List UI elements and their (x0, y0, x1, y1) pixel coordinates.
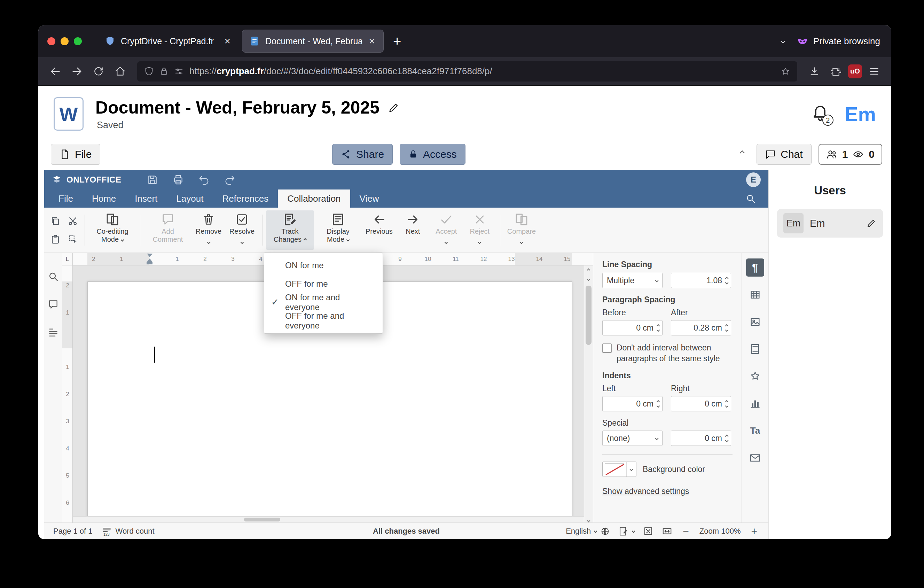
tab-view[interactable]: View (350, 190, 389, 208)
select-all-button[interactable] (64, 231, 81, 248)
left-indent-marker[interactable] (147, 262, 152, 264)
home-button[interactable] (111, 62, 130, 81)
hanging-indent-marker[interactable] (147, 258, 152, 262)
spacing-after-spinner[interactable]: 0.28 cm (671, 320, 731, 335)
remove-comment-button[interactable]: Remove (192, 210, 225, 250)
special-select[interactable]: (none) (602, 431, 663, 446)
language-selector[interactable]: English (566, 526, 610, 536)
headerfooter-settings-tab[interactable] (746, 340, 764, 358)
scroll-up-button[interactable] (584, 266, 593, 274)
tab-insert[interactable]: Insert (125, 190, 167, 208)
redo-icon[interactable] (224, 174, 235, 185)
special-spinner[interactable]: 0 cm (671, 431, 731, 446)
url-bar[interactable]: https://cryptpad.fr/doc/#/3/doc/edit/ff0… (137, 61, 797, 81)
shape-settings-tab[interactable] (746, 367, 764, 385)
file-menu-button[interactable]: File (51, 144, 100, 165)
tab-references[interactable]: References (213, 190, 278, 208)
line-spacing-select[interactable]: Multiple (602, 273, 663, 288)
advanced-settings-link[interactable]: Show advanced settings (602, 487, 733, 496)
new-tab-button[interactable]: + (387, 33, 408, 49)
track-changes-status-button[interactable] (618, 526, 635, 537)
vertical-ruler[interactable]: 21123456 (62, 266, 73, 522)
zoom-window-button[interactable] (74, 37, 82, 45)
line-spacing-spinner[interactable]: 1.08 (671, 273, 731, 288)
ublock-origin-icon[interactable]: uO (848, 64, 862, 78)
url-text[interactable]: https://cryptpad.fr/doc/#/3/doc/edit/ff0… (190, 66, 775, 77)
mailmerge-tab[interactable] (746, 449, 764, 467)
compare-button[interactable]: Compare (504, 210, 539, 250)
back-button[interactable] (46, 62, 65, 81)
permissions-icon[interactable] (174, 66, 184, 76)
add-comment-button[interactable]: Add Comment (144, 210, 192, 250)
fit-page-button[interactable] (643, 526, 653, 537)
forward-button[interactable] (68, 62, 86, 81)
presence-indicator[interactable]: 1 0 (818, 144, 882, 165)
next-change-button[interactable]: Next (396, 210, 430, 250)
notifications-button[interactable]: 2 (811, 104, 829, 124)
tab-file[interactable]: File (49, 190, 82, 208)
reload-button[interactable] (89, 62, 108, 81)
horizontal-scrollbar[interactable] (73, 516, 584, 522)
previous-change-button[interactable]: Previous (362, 210, 396, 250)
horizontal-scroll-thumb[interactable] (244, 518, 280, 522)
first-line-indent-marker[interactable] (147, 254, 152, 257)
access-button[interactable]: Access (400, 144, 465, 165)
accept-change-button[interactable]: Accept (430, 210, 463, 250)
indent-right-spinner[interactable]: 0 cm (671, 396, 731, 411)
checkbox[interactable] (602, 344, 612, 353)
tab-stop-selector[interactable]: L (62, 253, 73, 265)
edit-user-pencil-icon[interactable] (866, 218, 877, 228)
bookmark-star-icon[interactable] (780, 66, 790, 76)
close-window-button[interactable] (47, 37, 55, 45)
menu-item-off-for-everyone[interactable]: OFF for me and everyone (264, 311, 383, 330)
account-avatar[interactable]: Em (845, 102, 876, 126)
collapse-toolbar-button[interactable] (735, 150, 749, 159)
table-settings-tab[interactable] (746, 286, 764, 304)
zoom-level[interactable]: Zoom 100% (700, 527, 741, 536)
tracking-shield-icon[interactable] (144, 66, 154, 76)
edit-title-pencil-icon[interactable] (388, 102, 400, 114)
vertical-scrollbar[interactable] (584, 266, 593, 522)
tab-home[interactable]: Home (82, 190, 125, 208)
find-icon[interactable] (48, 271, 59, 282)
tab-close-icon[interactable]: × (223, 35, 232, 47)
downloads-button[interactable] (805, 62, 824, 81)
track-changes-button[interactable]: Track Changes (266, 210, 314, 250)
save-icon[interactable] (147, 174, 158, 185)
share-button[interactable]: Share (332, 144, 393, 165)
display-mode-button[interactable]: Display Mode (314, 210, 362, 250)
paste-button[interactable] (47, 231, 64, 248)
comments-panel-icon[interactable] (48, 299, 59, 310)
menu-item-on-for-me[interactable]: ON for me (264, 256, 383, 274)
undo-icon[interactable] (198, 174, 210, 185)
image-settings-tab[interactable] (746, 313, 764, 331)
copy-button[interactable] (47, 213, 64, 230)
list-tabs-chevron-icon[interactable] (776, 38, 790, 44)
background-color-button[interactable] (602, 462, 637, 477)
tab-document[interactable]: Document - Wed, February 5, 2 × (242, 30, 383, 52)
window-controls[interactable] (47, 37, 82, 45)
cut-button[interactable] (64, 213, 81, 230)
onlyoffice-user-avatar[interactable]: E (746, 172, 761, 187)
menu-item-on-for-everyone[interactable]: ✓ ON for me and everyone (264, 293, 383, 311)
paragraph-settings-tab[interactable]: ¶ (746, 258, 764, 277)
fit-width-button[interactable] (662, 526, 672, 537)
coediting-mode-button[interactable]: Co-editing Mode (88, 210, 137, 250)
scroll-bottom-button[interactable] (584, 519, 593, 522)
reject-change-button[interactable]: Reject (463, 210, 497, 250)
lock-icon[interactable] (160, 67, 168, 76)
resolve-comment-button[interactable]: Resolve (225, 210, 259, 250)
minimize-window-button[interactable] (61, 37, 69, 45)
vertical-scroll-thumb[interactable] (586, 286, 592, 345)
zoom-out-button[interactable]: − (681, 525, 691, 537)
tab-layout[interactable]: Layout (167, 190, 213, 208)
chat-button[interactable]: Chat (757, 144, 811, 165)
zoom-in-button[interactable]: + (749, 525, 759, 537)
navigation-headings-icon[interactable] (48, 327, 59, 338)
word-count-button[interactable]: 123 Word count (102, 526, 155, 537)
user-list-item[interactable]: Em Em (777, 209, 883, 238)
tab-close-icon[interactable]: × (367, 35, 376, 47)
page-indicator[interactable]: Page 1 of 1 (53, 527, 92, 536)
print-icon[interactable] (173, 174, 184, 185)
scroll-down-button[interactable] (584, 274, 593, 284)
